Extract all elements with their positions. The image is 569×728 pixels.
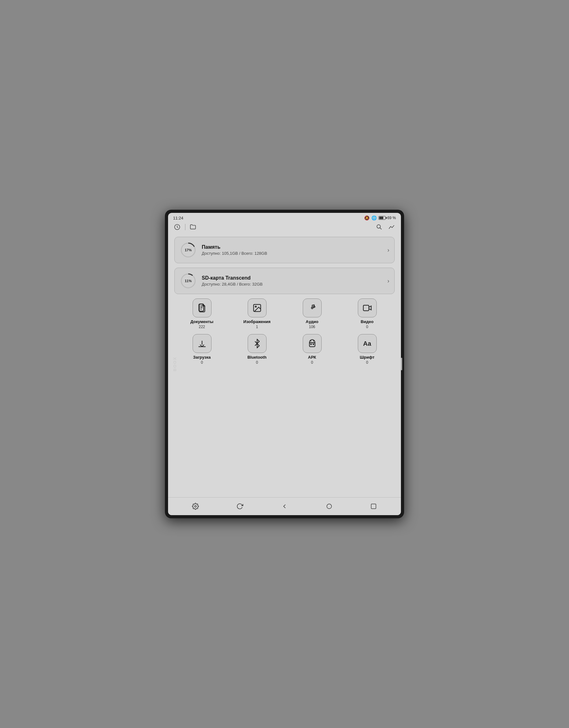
folder-icon[interactable] — [189, 223, 197, 231]
back-button[interactable] — [279, 501, 290, 512]
sdcard-title: SD-карта Transcend — [202, 275, 382, 281]
bluetooth-count: 0 — [256, 360, 258, 365]
sdcard-percent-label: 11% — [185, 279, 192, 283]
battery-icon — [378, 216, 385, 220]
memory-chevron-icon: › — [387, 247, 389, 253]
battery-percent: 69 % — [387, 216, 396, 220]
category-apk[interactable]: АРК 0 — [286, 334, 338, 365]
bottom-nav — [168, 497, 401, 515]
fonts-icon-box: Aa — [358, 334, 377, 353]
recents-button[interactable] — [368, 501, 379, 512]
video-icon-box — [358, 299, 377, 317]
svg-point-1 — [377, 225, 380, 228]
svg-point-22 — [327, 504, 331, 509]
svg-point-13 — [311, 307, 313, 309]
audio-label: Аудио — [305, 319, 318, 324]
fonts-label: Шрифт — [360, 355, 374, 360]
svg-line-17 — [310, 340, 311, 342]
memory-title: Память — [202, 244, 382, 250]
category-images[interactable]: Изображения 1 — [231, 299, 283, 329]
nav-divider — [185, 224, 185, 230]
memory-card[interactable]: 17% Память Доступно: 105,1GB / Всего: 12… — [174, 237, 395, 263]
bluetooth-icon-box — [248, 334, 267, 353]
memory-percent-label: 17% — [185, 248, 192, 252]
apk-count: 0 — [311, 360, 313, 365]
svg-rect-15 — [363, 305, 369, 311]
svg-point-12 — [255, 306, 256, 307]
memory-subtitle: Доступно: 105,1GB / Всего: 128GB — [202, 251, 382, 256]
sdcard-card-content: SD-карта Transcend Доступно: 28,4GB / Вс… — [202, 275, 382, 287]
stats-icon[interactable] — [388, 223, 396, 231]
category-grid: Документы 222 Изображения 1 — [174, 299, 395, 365]
images-label: Изображения — [243, 319, 270, 324]
images-count: 1 — [256, 325, 258, 329]
documents-icon-box — [193, 299, 212, 317]
apk-label: АРК — [308, 355, 316, 360]
downloads-icon-box — [193, 334, 212, 353]
svg-line-2 — [380, 228, 381, 229]
memory-progress-circle: 17% — [180, 242, 197, 259]
home-button[interactable] — [323, 501, 335, 512]
brand-label: BOOX — [173, 357, 177, 371]
nav-bar — [168, 222, 401, 234]
nav-right — [375, 223, 396, 231]
documents-count: 222 — [199, 325, 205, 329]
downloads-count: 0 — [201, 360, 203, 365]
device-frame: BOOX 11:24 🔕 🌐 69 % — [165, 210, 404, 518]
apk-icon-box — [303, 334, 321, 353]
svg-point-20 — [313, 344, 314, 345]
downloads-label: Загрузка — [193, 355, 211, 360]
sdcard-subtitle: Доступно: 28,4GB / Всего: 32GB — [202, 282, 382, 287]
sdcard-progress-circle: 11% — [180, 272, 197, 289]
category-video[interactable]: Видео 0 — [341, 299, 393, 329]
sdcard-card[interactable]: 11% SD-карта Transcend Доступно: 28,4GB … — [174, 268, 395, 294]
content-area: 17% Память Доступно: 105,1GB / Всего: 12… — [168, 234, 401, 497]
search-icon[interactable] — [375, 223, 383, 231]
bluetooth-label: Bluetooth — [248, 355, 267, 360]
history-icon[interactable] — [173, 223, 181, 231]
settings-button[interactable] — [190, 501, 201, 512]
audio-count: 106 — [309, 325, 315, 329]
fonts-count: 0 — [366, 360, 368, 365]
images-icon-box — [248, 299, 267, 317]
category-downloads[interactable]: Загрузка 0 — [176, 334, 228, 365]
svg-rect-16 — [309, 343, 315, 347]
status-bar: 11:24 🔕 🌐 69 % — [168, 213, 401, 222]
svg-rect-23 — [371, 504, 376, 509]
category-bluetooth[interactable]: Bluetooth 0 — [231, 334, 283, 365]
refresh-button[interactable] — [234, 501, 246, 512]
memory-card-content: Память Доступно: 105,1GB / Всего: 128GB — [202, 244, 382, 256]
category-fonts[interactable]: Aa Шрифт 0 — [341, 334, 393, 365]
category-documents[interactable]: Документы 222 — [176, 299, 228, 329]
sdcard-chevron-icon: › — [387, 278, 389, 284]
svg-line-18 — [313, 340, 313, 342]
audio-icon-box — [303, 299, 321, 317]
status-icons: 🔕 🌐 69 % — [364, 215, 396, 220]
video-count: 0 — [366, 325, 368, 329]
mute-icon: 🔕 — [364, 215, 369, 220]
globe-icon: 🌐 — [371, 215, 377, 220]
video-label: Видео — [361, 319, 373, 324]
documents-label: Документы — [191, 319, 213, 324]
time-display: 11:24 — [173, 216, 184, 220]
svg-point-19 — [310, 344, 311, 345]
screen: 11:24 🔕 🌐 69 % — [168, 213, 401, 515]
nav-left — [173, 223, 197, 231]
svg-point-21 — [195, 505, 196, 507]
category-audio[interactable]: Аудио 106 — [286, 299, 338, 329]
